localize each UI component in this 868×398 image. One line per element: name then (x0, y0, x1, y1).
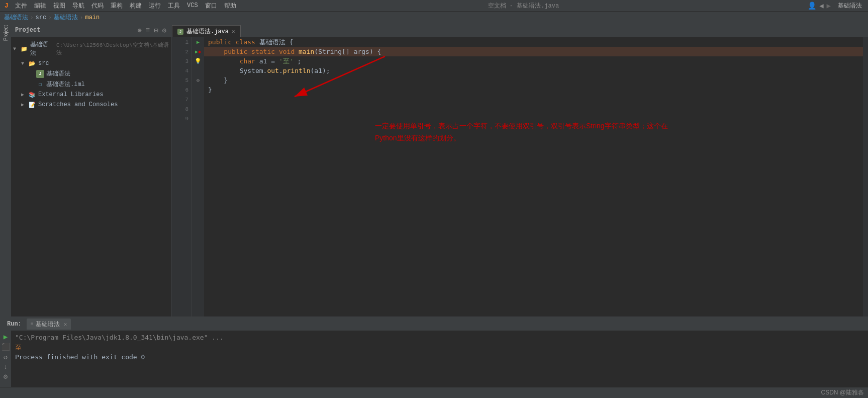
code-line-2: public static void main(String[] args) { (204, 47, 863, 56)
scroll-down-button[interactable]: ↓ (4, 363, 8, 371)
menu-refactor[interactable]: 重构 (108, 1, 126, 11)
menu-navigate[interactable]: 导航 (69, 1, 87, 11)
tree-arrow-src: ▼ (21, 61, 28, 66)
run-label: Run: (4, 320, 25, 329)
back-icon[interactable]: ◀ (819, 2, 823, 10)
breadcrumb-sep-1: › (30, 15, 34, 21)
line-num-1: 1 (172, 37, 191, 47)
settings-icon[interactable]: ⚙ (161, 26, 167, 35)
sidebar: Project ⊕ ≡ ⊟ ⚙ ▼ 📁 基础语法 C:\Users\12566\… (11, 23, 172, 316)
account-icon[interactable]: 👤 (808, 2, 816, 10)
menu-tools[interactable]: 工具 (165, 1, 183, 11)
main-content: Project Project ⊕ ≡ ⊟ ⚙ ▼ 📁 基础语法 C:\User… (0, 23, 868, 316)
app-icon: J (2, 1, 11, 10)
tab-close-button[interactable]: ✕ (232, 28, 235, 35)
line-num-2: 2 (172, 47, 191, 56)
settings-panel-button[interactable]: ⚙ (4, 372, 8, 381)
breadcrumb-method[interactable]: main (85, 14, 100, 21)
line-num-8: 8 (172, 104, 191, 114)
editor-area: J 基础语法.java ✕ 1 2 3 4 5 6 7 8 9 (172, 23, 868, 316)
console-line-2: 至 (15, 343, 864, 353)
menu-vcs[interactable]: VCS (184, 1, 201, 10)
breadcrumb-src[interactable]: src (36, 14, 47, 21)
tree-item-extlib[interactable]: ▶ 📚 External Libraries (11, 90, 171, 100)
ind-5: ⊖ (192, 75, 204, 85)
tree-item-root[interactable]: ▼ 📁 基础语法 C:\Users\12566\Desktop\空文档\基础语法 (11, 39, 171, 58)
code-gutter: 1 2 3 4 5 6 7 8 9 ▶ ▶ ◆ (172, 37, 204, 316)
line-numbers: 1 2 3 4 5 6 7 8 9 (172, 37, 192, 316)
line-num-9: 9 (172, 114, 191, 123)
run-button[interactable]: ▶ (4, 333, 8, 341)
warn-icon-3[interactable]: 💡 (195, 58, 202, 64)
ind-9 (192, 114, 204, 123)
rerun-button[interactable]: ↺ (4, 353, 8, 361)
run-icon-1[interactable]: ▶ (197, 39, 200, 45)
code-line-3: char a1 = '至' ; (204, 56, 863, 66)
stop-button[interactable]: ⬛ (2, 343, 10, 351)
forward-icon[interactable]: ▶ (827, 2, 831, 10)
editor-wrapper: 1 2 3 4 5 6 7 8 9 ▶ ▶ ◆ (172, 37, 868, 316)
breadcrumb-sep-3: › (80, 15, 83, 21)
code-line-5: } (204, 75, 863, 85)
sidebar-tools: ⊕ ≡ ⊟ ⚙ (136, 26, 167, 35)
folder-icon-root: 📁 (20, 45, 28, 53)
status-bar: CSDN @陆雅各 (0, 387, 868, 398)
panel-content: "C:\Program Files\Java\jdk1.8.0_341\bin\… (11, 331, 868, 387)
collapse-icon[interactable]: ⊟ (153, 26, 159, 35)
status-csdn: CSDN @陆雅各 (821, 388, 864, 397)
menu-window[interactable]: 窗口 (202, 1, 220, 11)
panel-body: ▶ ⬛ ↺ ↓ ⚙ "C:\Program Files\Java\jdk1.8.… (0, 331, 868, 387)
code-line-7 (204, 95, 863, 104)
menu-edit[interactable]: 编辑 (31, 1, 49, 11)
editor-tab-active[interactable]: J 基础语法.java ✕ (172, 25, 241, 37)
fold-icon-5[interactable]: ⊖ (197, 77, 200, 84)
folder-icon-src: 📂 (28, 59, 36, 67)
menu-file[interactable]: 文件 (12, 1, 30, 11)
scroll-icon[interactable]: ≡ (145, 26, 151, 35)
tree-label-root: 基础语法 (30, 40, 53, 57)
tree-label-java: 基础语法 (46, 69, 70, 78)
tree-arrow-root: ▼ (13, 46, 20, 52)
stop-icon-2[interactable]: ◆ (198, 49, 201, 55)
tree-path-root: C:\Users\12566\Desktop\空文档\基础语法 (56, 41, 169, 56)
sidebar-tree: ▼ 📁 基础语法 C:\Users\12566\Desktop\空文档\基础语法… (11, 37, 171, 316)
code-line-8 (204, 104, 863, 114)
scratch-icon: 📝 (28, 101, 36, 109)
line-num-7: 7 (172, 95, 191, 104)
extlib-icon: 📚 (28, 91, 36, 99)
right-scrollbar[interactable] (863, 37, 868, 316)
tree-item-scratches[interactable]: ▶ 📝 Scratches and Consoles (11, 100, 171, 110)
gutter-indicators: ▶ ▶ ◆ 💡 ⊖ (192, 37, 204, 316)
breadcrumb-project[interactable]: 基础语法 (4, 13, 28, 22)
tree-item-java[interactable]: J 基础语法 (11, 68, 171, 79)
breadcrumb-bar: 基础语法 › src › 基础语法 › main (0, 11, 868, 23)
tree-item-iml[interactable]: ◻ 基础语法.iml (11, 79, 171, 90)
tree-item-src[interactable]: ▼ 📂 src (11, 58, 171, 68)
run-tab-label: 基础语法 (36, 320, 60, 329)
run-tab-close[interactable]: ✕ (64, 321, 67, 328)
add-icon[interactable]: ⊕ (136, 26, 142, 35)
ind-7 (192, 95, 204, 104)
editor-tabs: J 基础语法.java ✕ (172, 23, 868, 37)
project-name-top: 基础语法 (838, 2, 862, 10)
code-area[interactable]: public class 基础语法 { public static void m… (204, 37, 863, 316)
ind-4 (192, 66, 204, 75)
line-num-3: 3 (172, 56, 191, 66)
annotation-text: 一定要使用单引号，表示占一个字符，不要使用双引号，双引号表示String字符串类… (375, 120, 668, 144)
tree-label-scratches: Scratches and Consoles (38, 101, 118, 108)
code-line-6: } (204, 85, 863, 95)
menu-help[interactable]: 帮助 (221, 1, 239, 11)
menu-run[interactable]: 运行 (146, 1, 164, 11)
run-tab[interactable]: ≡ 基础语法 ✕ (27, 319, 71, 330)
menu-view[interactable]: 视图 (50, 1, 68, 11)
breadcrumb-sep-2: › (48, 15, 52, 21)
menu-build[interactable]: 构建 (127, 1, 145, 11)
sidebar-title: Project (15, 27, 40, 34)
menu-code[interactable]: 代码 (88, 1, 107, 11)
ind-6 (192, 85, 204, 95)
ind-8 (192, 104, 204, 114)
project-tab-icon[interactable]: Project (3, 25, 9, 41)
breadcrumb-class[interactable]: 基础语法 (54, 13, 78, 22)
code-line-1: public class 基础语法 { (204, 37, 863, 47)
vertical-sidebar: Project (0, 23, 11, 316)
